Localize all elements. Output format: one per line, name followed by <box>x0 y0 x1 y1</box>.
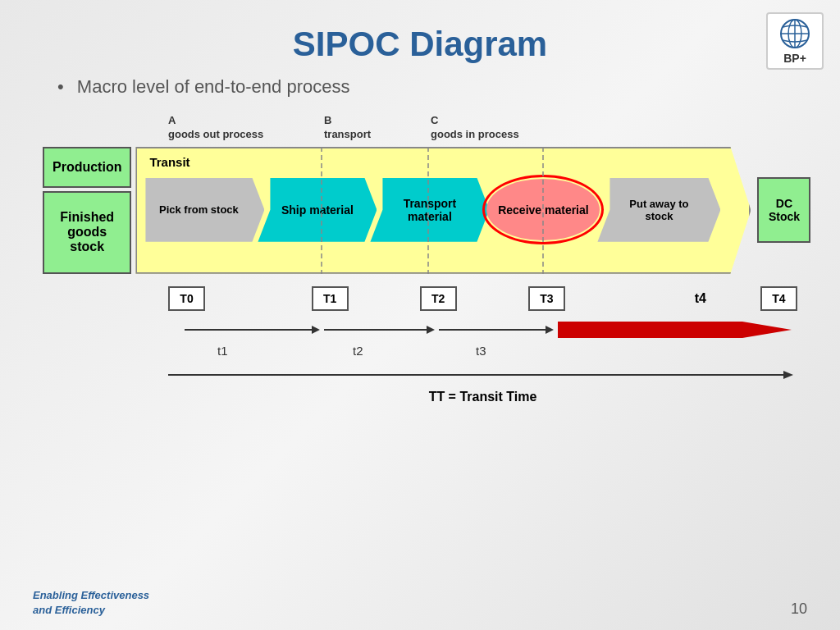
tt-row: TT = Transit Time <box>168 366 797 404</box>
t3-box: T3 <box>528 286 565 311</box>
svg-marker-18 <box>546 326 554 334</box>
subtitle: • Macro level of end-to-end process <box>57 76 807 98</box>
globe-icon <box>778 17 811 50</box>
t2-time-label: t2 <box>320 344 435 358</box>
transit-label: Transit <box>149 155 720 169</box>
col-a-label: A goods out process <box>168 114 324 142</box>
dc-stock-box: DC Stock <box>757 177 810 243</box>
ship-material-box: Ship material <box>258 178 377 242</box>
bp-logo: BP+ <box>766 12 824 70</box>
t3-cell: T3 <box>528 286 641 311</box>
slide: BP+ SIPOC Diagram • Macro level of end-t… <box>0 0 840 630</box>
t4-label: t4 <box>641 291 760 306</box>
finished-goods-label: Finished goods stock <box>43 191 131 274</box>
yellow-banner: Transit Pick from stock Ship material <box>135 147 751 274</box>
svg-marker-21 <box>783 371 793 379</box>
timeline-row: T0 T1 T2 T3 t4 <box>168 286 797 311</box>
svg-marker-14 <box>312 326 320 334</box>
footer: Enabling Effectiveness and Efficiency <box>33 588 149 618</box>
column-labels: A goods out process B transport C goods … <box>168 114 797 142</box>
tt-label: TT = Transit Time <box>168 390 797 404</box>
receive-material-box: Receive material <box>482 178 604 242</box>
yellow-banner-container: Transit Pick from stock Ship material <box>135 147 751 274</box>
t1-time-label: t1 <box>168 344 320 358</box>
process-boxes-row: Pick from stock Ship material Transport … <box>145 173 720 247</box>
t-labels-row: t1 t2 t3 <box>168 344 797 358</box>
t3-time-label: t3 <box>435 344 554 358</box>
process-area: Production Finished goods stock Transit … <box>43 147 797 274</box>
t2-box: T2 <box>420 286 457 311</box>
arrow-lines <box>168 317 797 345</box>
page-number: 10 <box>791 600 807 618</box>
pick-from-stock-box: Pick from stock <box>145 178 264 242</box>
col-b-label: B transport <box>324 114 431 142</box>
t4-box: T4 <box>760 286 797 311</box>
left-labels: Production Finished goods stock <box>43 147 131 274</box>
bp-label: BP+ <box>783 52 806 65</box>
transport-material-box: Transport material <box>370 178 489 242</box>
col-c-label: C goods in process <box>431 114 595 142</box>
t0-cell: T0 <box>168 286 312 311</box>
page-title: SIPOC Diagram <box>33 25 807 64</box>
t2-cell: T2 <box>420 286 528 311</box>
production-label: Production <box>43 147 131 188</box>
svg-marker-16 <box>427 326 435 334</box>
svg-marker-19 <box>558 322 792 338</box>
put-away-box: Put away to stock <box>597 178 720 242</box>
arrows-svg <box>168 317 800 342</box>
t1-cell: T1 <box>312 286 420 311</box>
t0-box: T0 <box>168 286 205 311</box>
sipoc-diagram: A goods out process B transport C goods … <box>43 114 797 404</box>
tt-svg <box>168 366 800 384</box>
t1-box: T1 <box>312 286 349 311</box>
